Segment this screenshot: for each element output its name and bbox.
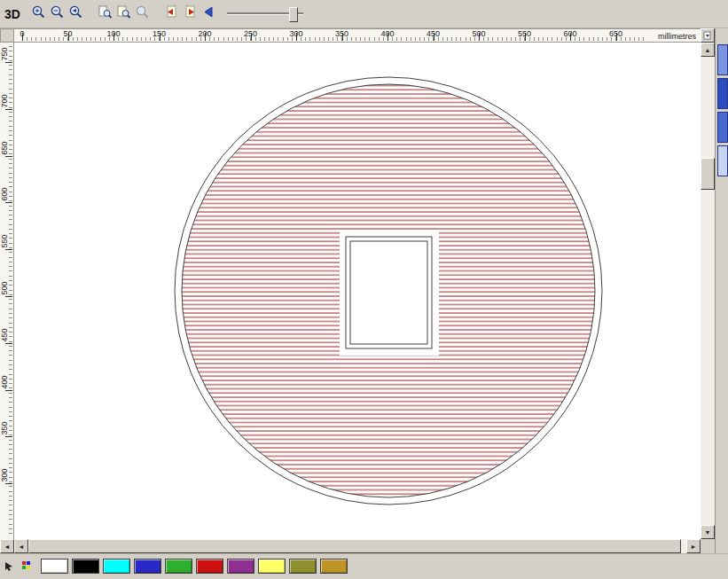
h-ruler-label: 50: [63, 30, 72, 38]
vertical-scrollbar[interactable]: ▲ ▼: [701, 43, 715, 539]
docked-toolbar-button[interactable]: [717, 78, 728, 109]
h-ruler-label: 650: [609, 30, 622, 38]
scroll-left-button[interactable]: ◄: [14, 539, 28, 553]
magnifier-plus-icon: [31, 4, 46, 23]
page-scroll-icon: [703, 31, 712, 40]
h-ruler-label: 150: [153, 30, 166, 38]
h-ruler-label: 200: [198, 30, 211, 38]
v-ruler-label: 550: [0, 232, 9, 250]
cursor-arrow-icon: [4, 560, 14, 571]
page-forward-button[interactable]: [181, 4, 200, 23]
v-ruler-label: 350: [0, 419, 9, 437]
palette-swatch[interactable]: [103, 559, 130, 574]
zoom-selection-button[interactable]: [133, 4, 152, 23]
pan-back-button[interactable]: [200, 4, 218, 23]
3d-label: 3D: [4, 7, 20, 21]
scroll-right-button[interactable]: ►: [686, 539, 701, 553]
status-palette-bar: [0, 553, 728, 579]
palette-swatch[interactable]: [289, 559, 317, 574]
horizontal-ruler[interactable]: 050100150200250300350400450500550600650 …: [14, 28, 701, 43]
v-ruler-label: 300: [0, 466, 9, 484]
app-window: 3D 0501001502002503003504004505005506006…: [0, 0, 728, 579]
palette-options-button[interactable]: [20, 559, 34, 573]
palette-swatch[interactable]: [41, 559, 68, 574]
down-arrow-icon: ▼: [705, 529, 711, 536]
color-palette: [41, 559, 348, 574]
page-left-icon: [164, 4, 179, 23]
vertical-scroll-thumb[interactable]: [701, 158, 715, 190]
h-ruler-label: 600: [563, 30, 576, 38]
toolbar-buttons: [29, 4, 218, 23]
v-ruler-label: 750: [0, 45, 9, 63]
left-arrow-icon: ◄: [19, 544, 25, 550]
v-ruler-label: 700: [0, 92, 9, 110]
horizontal-scroll-thumb[interactable]: [28, 539, 681, 553]
toolbar-separator: [85, 4, 96, 23]
toolbar: 3D: [0, 0, 728, 28]
palette-swatch[interactable]: [165, 559, 192, 574]
palette-swatch[interactable]: [134, 559, 161, 574]
zoom-slider[interactable]: [227, 4, 303, 23]
page-right-icon: [183, 4, 198, 23]
docked-toolbar-button[interactable]: [717, 112, 728, 143]
page-back-button[interactable]: [162, 4, 181, 23]
scroll-down-button[interactable]: ▼: [701, 525, 715, 539]
palette-swatch[interactable]: [258, 559, 286, 574]
v-ruler-label: 400: [0, 373, 9, 391]
hole-rect-outer[interactable]: [346, 237, 432, 348]
v-ruler-label: 450: [0, 326, 9, 344]
up-arrow-icon: ▲: [705, 47, 711, 53]
page-nav-button[interactable]: ◄: [0, 539, 14, 553]
v-ruler-label: 500: [0, 279, 9, 297]
ruler-options-button[interactable]: [701, 28, 715, 43]
h-ruler-label: 250: [244, 30, 257, 38]
zoom-in-button[interactable]: [29, 4, 48, 23]
v-ruler-minor-ticks: [9, 46, 12, 536]
zoom-previous-button[interactable]: [67, 4, 85, 23]
docked-toolbar-button[interactable]: [717, 44, 728, 75]
palette-swatch[interactable]: [196, 559, 223, 574]
vertical-ruler[interactable]: 750700650600550500450400350300: [0, 43, 14, 539]
zoom-out-button[interactable]: [48, 4, 67, 23]
horizontal-scrollbar[interactable]: ◄ ►: [14, 539, 701, 553]
zoom-page-button[interactable]: [96, 4, 114, 23]
right-arrow-icon: ►: [691, 544, 697, 550]
palette-swatch[interactable]: [320, 559, 348, 574]
ruler-units-label: millimetres: [658, 32, 696, 41]
h-ruler-label: 550: [518, 30, 531, 38]
magnifier-page2-icon: [116, 4, 131, 23]
ruler-corner: [0, 28, 14, 43]
drawing-area[interactable]: [14, 43, 701, 539]
h-ruler-label: 400: [380, 30, 394, 38]
blue-arrow-icon: [201, 4, 216, 23]
right-docked-toolbar: [715, 28, 728, 553]
v-ruler-label: 650: [0, 139, 9, 157]
magnifier-gray-icon: [135, 4, 150, 23]
scroll-up-button[interactable]: ▲: [701, 43, 715, 57]
zoom-width-button[interactable]: [114, 4, 133, 23]
drawing-svg[interactable]: [14, 43, 701, 539]
h-ruler-label: 100: [106, 30, 120, 38]
toolbar-separator: [152, 4, 162, 23]
palette-scroll-button[interactable]: [2, 559, 16, 573]
h-ruler-label: 0: [20, 30, 24, 38]
docked-toolbar-button[interactable]: [717, 145, 728, 176]
h-ruler-label: 450: [427, 30, 440, 38]
zoom-slider-handle[interactable]: [289, 7, 298, 22]
h-ruler-label: 350: [335, 30, 348, 38]
v-ruler-label: 600: [0, 185, 9, 203]
magnifier-back-icon: [68, 4, 83, 23]
palette-swatch[interactable]: [227, 559, 254, 574]
palette-swatch[interactable]: [72, 559, 99, 574]
magnifier-minus-icon: [50, 4, 65, 23]
scrollbar-corner: [701, 539, 715, 553]
h-ruler-label: 300: [289, 30, 302, 38]
page-left-arrow-icon: ◄: [4, 544, 11, 550]
palette-grid-icon: [21, 560, 32, 571]
h-ruler-label: 500: [472, 30, 485, 38]
magnifier-page-icon: [98, 4, 113, 23]
